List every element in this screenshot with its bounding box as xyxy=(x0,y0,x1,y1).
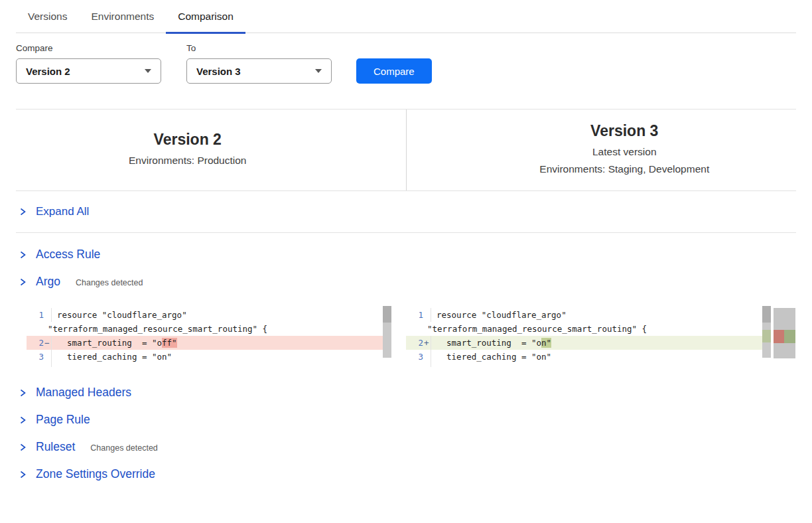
changed-word: n" xyxy=(541,338,551,348)
diff-overview-minimap[interactable] xyxy=(774,308,795,358)
minimap-added-mark xyxy=(784,330,795,343)
diff-line: 3 tiered_caching = "on" xyxy=(27,350,391,364)
diff-line: 1resource "cloudflare_argo" xyxy=(406,308,771,322)
code-text: tiered_caching = "on" xyxy=(51,350,391,364)
line-number: 4 xyxy=(27,364,44,367)
code-text: } xyxy=(431,364,771,367)
right-version-environments: Environments: Staging, Development xyxy=(453,161,797,178)
tab-versions[interactable]: Versions xyxy=(16,11,79,34)
right-version-title: Version 3 xyxy=(453,122,797,140)
chevron-right-icon xyxy=(19,277,27,287)
section-label: Managed Headers xyxy=(36,386,131,400)
diff-sign: − xyxy=(44,336,51,350)
section-header-argo[interactable]: ArgoChanges detected xyxy=(16,268,796,295)
compare-form: Compare Version 2 To Version 3 Compare xyxy=(16,43,796,84)
left-version-panel: Version 2 Environments: Production xyxy=(16,110,406,190)
diff-pane-old: 1resource "cloudflare_argo""terraform_ma… xyxy=(27,306,391,367)
compare-field: Compare Version 2 xyxy=(16,43,161,84)
diff-pane-new: 1resource "cloudflare_argo""terraform_ma… xyxy=(406,306,771,367)
code-segment: tiered_caching = "on" xyxy=(57,352,172,362)
diff-line: 2+ smart_routing = "on" xyxy=(406,336,771,350)
diff-sign xyxy=(423,364,431,367)
section-header-ruleset[interactable]: RulesetChanges detected xyxy=(16,433,796,461)
compare-button[interactable]: Compare xyxy=(356,58,432,84)
chevron-right-icon xyxy=(19,250,27,260)
code-segment: } xyxy=(57,366,62,367)
comparison-page: VersionsEnvironmentsComparison Compare V… xyxy=(0,0,812,514)
diff-sign xyxy=(423,350,431,364)
new-pane-scrollbar[interactable] xyxy=(762,306,771,358)
code-segment: "terraform_managed_resource_smart_routin… xyxy=(48,324,267,334)
code-segment: tiered_caching = "on" xyxy=(437,352,551,362)
expand-all-button[interactable]: Expand All xyxy=(16,191,796,233)
diff-sign xyxy=(44,308,51,322)
diff-line: 4} xyxy=(406,364,771,367)
changes-detected-badge: Changes detected xyxy=(76,278,143,287)
diff-line: 3 tiered_caching = "on" xyxy=(406,350,771,364)
right-version-latest-label: Latest version xyxy=(453,143,797,161)
scrollbar-thumb[interactable] xyxy=(762,306,771,323)
code-text: resource "cloudflare_argo" xyxy=(431,308,771,322)
code-segment: resource "cloudflare_argo" xyxy=(57,310,187,320)
chevron-right-icon xyxy=(19,470,27,479)
chevron-right-icon xyxy=(19,388,27,398)
diff-line: "terraform_managed_resource_smart_routin… xyxy=(406,322,771,336)
code-segment: smart_routing = "o xyxy=(437,338,541,348)
diff-sign xyxy=(44,350,51,364)
line-number: 3 xyxy=(27,350,44,364)
code-text: tiered_caching = "on" xyxy=(431,350,771,364)
code-segment: resource "cloudflare_argo" xyxy=(437,310,567,320)
diff-line: 1resource "cloudflare_argo" xyxy=(27,308,391,322)
minimap-removed-mark xyxy=(774,330,784,343)
chevron-down-icon xyxy=(315,69,322,73)
tab-comparison[interactable]: Comparison xyxy=(166,11,245,34)
diff-sign xyxy=(423,308,431,322)
diff-sign xyxy=(44,364,51,367)
line-number: 2 xyxy=(27,336,44,350)
diff-line: 2− smart_routing = "off" xyxy=(27,336,391,350)
compare-label: Compare xyxy=(16,43,161,53)
section-label: Page Rule xyxy=(36,413,90,427)
changes-detected-badge: Changes detected xyxy=(90,443,157,453)
section-label: Argo xyxy=(36,275,60,289)
scrollbar-thumb[interactable] xyxy=(383,306,391,323)
code-segment: smart_routing = "o xyxy=(57,338,162,348)
line-number: 1 xyxy=(27,308,44,322)
section-header-zone-settings-override[interactable]: Zone Settings Override xyxy=(16,461,796,488)
sections-list: Access RuleArgoChanges detected1resource… xyxy=(16,241,796,488)
left-version-environments: Environments: Production xyxy=(16,152,360,169)
code-segment: } xyxy=(437,366,442,367)
section-label: Zone Settings Override xyxy=(36,467,155,481)
diff-line: "terraform_managed_resource_smart_routin… xyxy=(27,322,391,336)
chevron-right-icon xyxy=(19,207,27,216)
right-version-panel: Version 3 Latest version Environments: S… xyxy=(406,110,797,190)
expand-all-label: Expand All xyxy=(36,205,89,218)
chevron-right-icon xyxy=(19,443,27,452)
section-label: Access Rule xyxy=(36,248,100,262)
compare-version-value: Version 2 xyxy=(26,66,70,77)
to-label: To xyxy=(186,43,332,53)
code-text: resource "cloudflare_argo" xyxy=(51,308,391,322)
changed-word: ff" xyxy=(162,338,177,348)
line-number: 3 xyxy=(406,350,423,364)
section-header-managed-headers[interactable]: Managed Headers xyxy=(16,379,796,406)
version-panels: Version 2 Environments: Production Versi… xyxy=(16,110,796,191)
section-header-access-rule[interactable]: Access Rule xyxy=(16,241,796,268)
code-text: smart_routing = "off" xyxy=(51,336,391,350)
section-header-page-rule[interactable]: Page Rule xyxy=(16,406,796,433)
tab-bar: VersionsEnvironmentsComparison xyxy=(16,11,796,33)
code-text: smart_routing = "on" xyxy=(431,336,771,350)
old-pane-scrollbar[interactable] xyxy=(383,306,391,358)
to-version-value: Version 3 xyxy=(196,66,241,77)
to-field: To Version 3 xyxy=(186,43,332,84)
line-number: 1 xyxy=(406,308,423,322)
tab-environments[interactable]: Environments xyxy=(79,11,166,34)
scrollbar-change-mark xyxy=(762,330,771,342)
diff-right-group: 1resource "cloudflare_argo""terraform_ma… xyxy=(406,306,795,367)
compare-version-select[interactable]: Version 2 xyxy=(16,58,161,84)
code-text: "terraform_managed_resource_smart_routin… xyxy=(27,322,391,336)
code-text: } xyxy=(51,364,391,367)
left-version-title: Version 2 xyxy=(16,131,360,149)
argo-diff: 1resource "cloudflare_argo""terraform_ma… xyxy=(27,306,796,367)
to-version-select[interactable]: Version 3 xyxy=(186,58,332,84)
